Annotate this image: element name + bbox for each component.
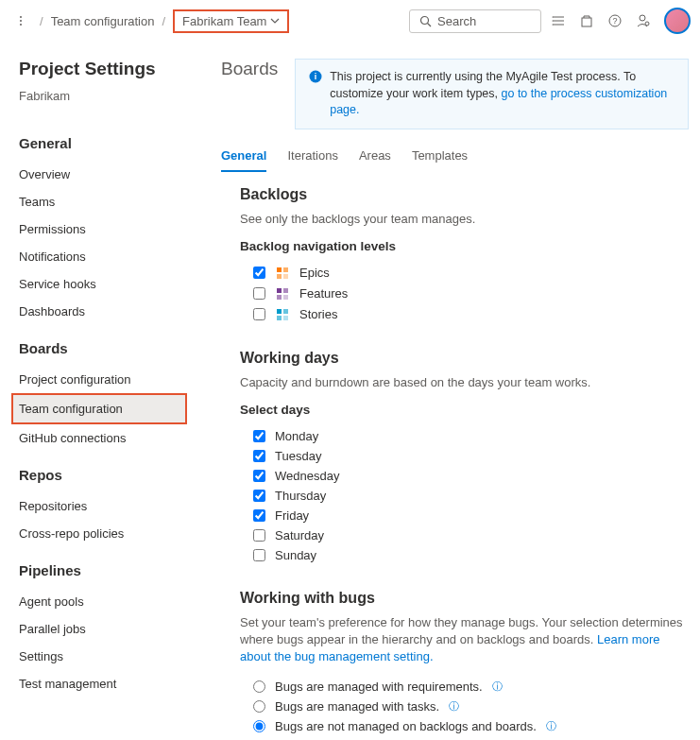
sidebar-item-github[interactable]: GitHub connections [19,424,198,452]
team-dropdown-label: Fabrikam Team [182,14,266,28]
tab-general[interactable]: General [221,145,266,172]
bug-option-radio[interactable] [253,720,265,732]
bug-option-radio[interactable] [253,700,265,713]
day-checkbox[interactable] [253,509,265,522]
backlog-level-checkbox[interactable] [253,308,265,320]
day-row: Monday [240,426,689,446]
main-content: Boards i This project is currently using… [198,42,700,740]
sidebar-section-boards: Boards [19,340,198,356]
sidebar-item-team-config[interactable]: Team configuration [11,393,187,424]
info-icon: i [309,70,322,89]
list-icon[interactable] [547,9,570,32]
sidebar-item-service-hooks[interactable]: Service hooks [19,270,198,298]
workingdays-heading: Working days [240,350,689,367]
svg-rect-23 [277,309,282,314]
workingdays-desc: Capacity and burndown are based on the d… [240,374,689,391]
avatar[interactable] [664,8,691,34]
day-row: Thursday [240,486,689,506]
svg-point-11 [640,15,645,21]
page-title: Boards [221,59,278,79]
section-bugs: Working with bugs Set your team's prefer… [240,590,689,737]
day-row: Wednesday [240,466,689,486]
svg-rect-18 [283,274,288,279]
sidebar-item-parallel-jobs[interactable]: Parallel jobs [19,615,198,643]
svg-rect-16 [283,267,288,272]
info-icon[interactable]: ⓘ [546,719,556,733]
sidebar-section-repos: Repos [19,467,198,483]
backlog-level-checkbox[interactable] [253,267,265,279]
svg-rect-15 [277,267,282,272]
breadcrumb-item[interactable]: Team configuration [51,14,155,28]
more-icon[interactable] [9,9,32,32]
sidebar-item-crossrepo[interactable]: Cross-repo policies [19,520,198,547]
backlog-level-checkbox[interactable] [253,287,265,300]
day-label: Monday [275,429,318,443]
day-checkbox[interactable] [253,430,265,442]
svg-point-1 [20,20,22,22]
bug-option-radio[interactable] [253,680,265,693]
svg-text:i: i [315,72,317,81]
day-row: Friday [240,506,689,525]
svg-rect-8 [582,18,591,26]
sidebar-title: Project Settings [19,59,198,79]
backlog-level-row: Epics [240,263,689,284]
sidebar-item-repositories[interactable]: Repositories [19,492,198,520]
sidebar-item-permissions[interactable]: Permissions [19,215,198,243]
svg-rect-24 [283,309,288,314]
day-row: Saturday [240,525,689,545]
info-banner: i This project is currently using the My… [295,59,689,129]
bug-option-label: Bugs are managed with tasks. [275,699,439,714]
search-icon [419,15,432,27]
day-checkbox[interactable] [253,450,265,462]
svg-point-6 [553,21,554,22]
sidebar-item-agent-pools[interactable]: Agent pools [19,588,198,615]
sidebar-item-settings[interactable]: Settings [19,643,198,670]
day-checkbox[interactable] [253,490,265,502]
section-working-days: Working days Capacity and burndown are b… [240,350,689,565]
sidebar-section-pipelines: Pipelines [19,562,198,578]
svg-rect-21 [277,295,282,300]
day-checkbox[interactable] [253,470,265,482]
sidebar-item-dashboards[interactable]: Dashboards [19,298,198,325]
day-checkbox[interactable] [253,529,265,542]
info-icon[interactable]: ⓘ [449,699,459,714]
backlog-level-label: Features [299,286,348,301]
breadcrumb-sep: / [160,14,167,28]
section-backlogs: Backlogs See only the backlogs your team… [240,186,689,325]
svg-point-5 [553,17,554,18]
tab-iterations[interactable]: Iterations [287,145,337,172]
sidebar-item-teams[interactable]: Teams [19,188,198,215]
bug-option-row: Bugs are managed with requirements. ⓘ [240,677,689,697]
backlog-level-label: Epics [299,266,330,280]
tab-templates[interactable]: Templates [412,145,468,172]
day-checkbox[interactable] [253,549,265,561]
team-dropdown[interactable]: Fabrikam Team [173,9,289,33]
user-settings-icon[interactable] [632,9,655,32]
sidebar-item-overview[interactable]: Overview [19,161,198,188]
day-label: Thursday [275,489,326,503]
backlog-level-row: Stories [240,304,689,325]
svg-line-4 [428,23,432,26]
sidebar-section-general: General [19,135,198,151]
day-label: Wednesday [275,469,339,483]
marketplace-icon[interactable] [575,9,598,32]
bug-option-row: Bugs are not managed on backlogs and boa… [240,716,689,736]
search-input[interactable]: Search [409,9,541,33]
sidebar-item-project-config[interactable]: Project configuration [19,366,198,393]
project-name-link[interactable]: Fabrikam [19,89,70,103]
help-icon[interactable]: ? [604,9,626,32]
svg-rect-19 [277,288,282,293]
sidebar: Project Settings Fabrikam General Overvi… [0,42,198,740]
sidebar-item-notifications[interactable]: Notifications [19,243,198,270]
workitem-type-icon [275,307,290,322]
workingdays-sub: Select days [240,403,689,417]
sidebar-item-test-mgmt[interactable]: Test management [19,670,198,697]
svg-point-7 [553,25,554,26]
backlogs-desc: See only the backlogs your team manages. [240,211,689,228]
chevron-down-icon [270,16,280,26]
svg-point-0 [20,16,22,18]
tab-areas[interactable]: Areas [359,145,391,172]
info-icon[interactable]: ⓘ [492,680,503,694]
bug-option-row: Bugs are managed with tasks. ⓘ [240,697,689,716]
svg-point-3 [421,16,429,24]
